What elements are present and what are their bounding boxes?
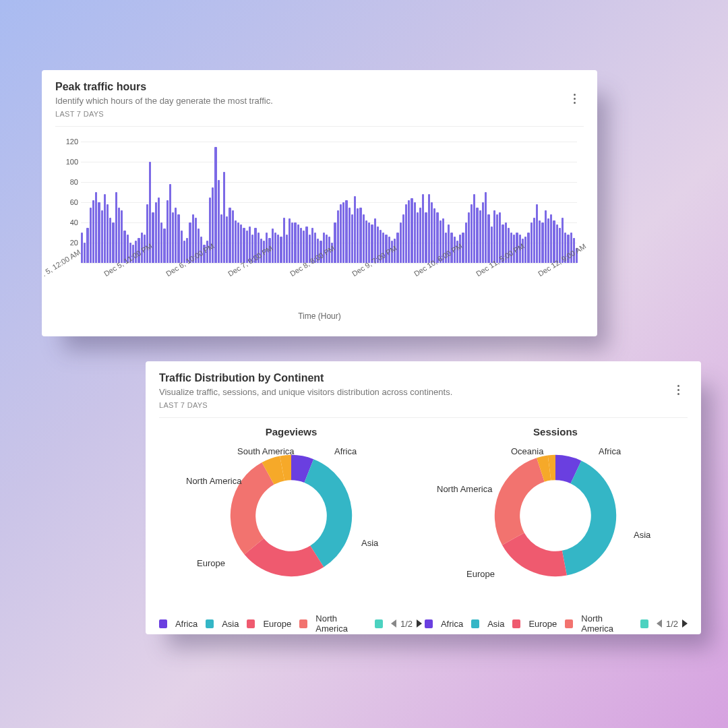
pageviews-chart: Pageviews Africa Asia Europe North Ameri… [159, 423, 423, 612]
legend-label: North America [581, 613, 632, 634]
legend-sessions: Africa Asia Europe North America 1/2 [425, 613, 688, 634]
legend-label: Africa [175, 619, 198, 629]
swatch-asia [206, 619, 214, 628]
slice-label-na: North America [437, 484, 492, 494]
legend-label: Asia [222, 619, 239, 629]
donut-title: Pageviews [159, 426, 423, 437]
legend-pageviews: Africa Asia Europe North America 1/2 [159, 613, 422, 634]
card-subtitle: Identify which hours of the day generate… [55, 96, 584, 106]
pager-next-icon[interactable] [682, 619, 688, 628]
y-axis: 20406080100120 [55, 142, 81, 263]
slice-label-asia: Asia [634, 530, 650, 540]
swatch-europe [247, 619, 255, 628]
traffic-distribution-card: Traffic Distribution by Continent Visual… [146, 361, 701, 634]
donut-title: Sessions [423, 426, 688, 437]
legend-label: Africa [441, 619, 463, 629]
slice-label-oc: Oceania [511, 446, 543, 456]
swatch-europe [512, 619, 520, 628]
pager-next-icon[interactable] [417, 619, 422, 628]
pager-page: 1/2 [400, 619, 413, 629]
swatch-extra [375, 619, 383, 628]
donut-svg [481, 442, 630, 590]
swatch-na [299, 619, 307, 628]
slice-label-na: North America [186, 476, 241, 486]
legend-pager: 1/2 [657, 619, 688, 629]
more-menu-icon[interactable] [568, 92, 581, 105]
slice-label-europe: Europe [197, 558, 225, 568]
legend-label: Europe [528, 619, 557, 629]
x-axis: . 5, 12:00 AMDec 5, 11:00 PMDec 6, 10:00… [81, 267, 577, 307]
swatch-asia [471, 619, 479, 628]
legend-row: Africa Asia Europe North America 1/2 Afr… [159, 613, 688, 634]
card-subtitle: Visualize traffic, sessions, and unique … [159, 387, 688, 397]
card-title: Traffic Distribution by Continent [159, 372, 688, 384]
card-title: Peak traffic hours [55, 81, 584, 93]
swatch-africa [425, 619, 433, 628]
more-menu-icon[interactable] [671, 383, 685, 396]
swatch-na [565, 619, 573, 628]
card-header: Peak traffic hours Identify which hours … [55, 81, 584, 127]
pager-page: 1/2 [666, 619, 678, 629]
swatch-extra [640, 619, 648, 628]
x-axis-title: Time (Hour) [55, 311, 584, 321]
donut-svg [217, 442, 365, 590]
date-range-label: LAST 7 DAYS [55, 110, 584, 118]
pager-prev-icon[interactable] [657, 619, 662, 628]
peak-traffic-card: Peak traffic hours Identify which hours … [42, 70, 597, 336]
slice-label-africa: Africa [334, 446, 357, 456]
date-range-label: LAST 7 DAYS [159, 401, 688, 409]
pager-prev-icon[interactable] [391, 619, 396, 628]
legend-label: Europe [263, 619, 291, 629]
swatch-africa [159, 619, 167, 628]
slice-label-europe: Europe [466, 569, 495, 579]
bar-chart: 20406080100120 . 5, 12:00 AMDec 5, 11:00… [55, 142, 584, 317]
legend-pager: 1/2 [391, 619, 422, 629]
legend-label: North America [315, 613, 367, 634]
legend-label: Asia [487, 619, 504, 629]
card-header: Traffic Distribution by Continent Visual… [159, 372, 688, 418]
slice-label-asia: Asia [361, 538, 378, 548]
slice-label-africa: Africa [599, 446, 621, 456]
donut-row: Pageviews Africa Asia Europe North Ameri… [159, 423, 688, 612]
sessions-chart: Sessions Africa Asia Europe North Americ… [423, 423, 688, 612]
slice-label-sa: South America [237, 446, 295, 456]
